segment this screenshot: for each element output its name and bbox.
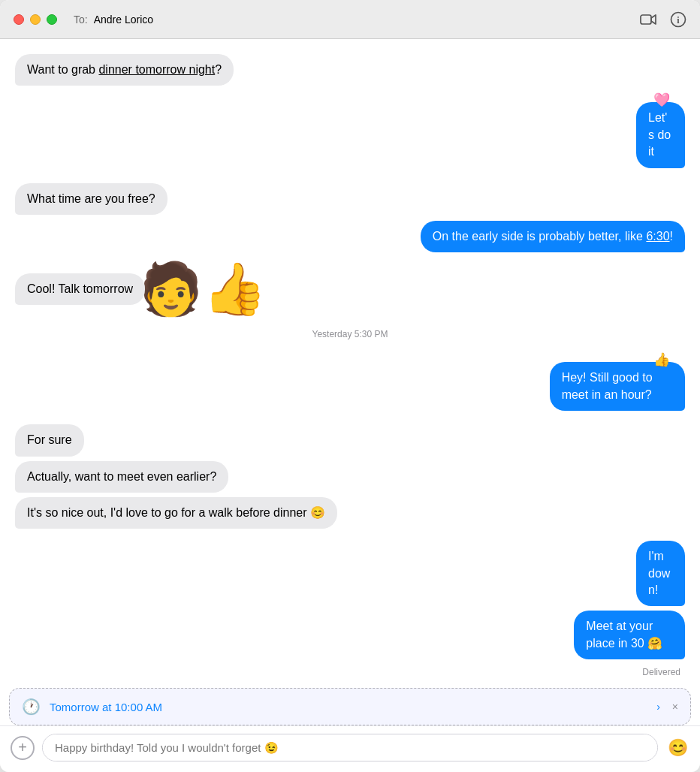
message-bubble: Want to grab dinner tomorrow night? [15, 54, 234, 86]
contact-name: Andre Lorico [94, 14, 153, 26]
message-bubble: For sure [15, 424, 84, 456]
message-row: Let's do it [610, 102, 685, 167]
message-bubble: I'm down! [636, 541, 685, 606]
svg-text:i: i [677, 14, 680, 25]
message-row: Cool! Talk tomorrow 🧑👍 [15, 263, 685, 305]
video-call-button[interactable] [640, 11, 656, 28]
svg-rect-0 [641, 15, 651, 24]
message-bubble: On the early side is probably better, li… [421, 221, 685, 252]
delivered-label: Delivered [15, 667, 685, 677]
message-bubble: Let's do it [636, 102, 685, 167]
emoji-button[interactable]: 😊 [665, 736, 689, 760]
message-row: For sure [15, 424, 685, 456]
add-attachment-button[interactable]: + [11, 736, 35, 760]
message-bubble: It's so nice out, I'd love to go for a w… [15, 497, 337, 529]
message-row: What time are you free? [15, 183, 685, 215]
info-button[interactable]: i [670, 11, 686, 28]
message-row: Meet at your place in 30 🤗 [514, 611, 685, 659]
scheduled-banner[interactable]: 🕐 Tomorrow at 10:00 AM › × [9, 688, 691, 725]
traffic-lights [14, 14, 57, 25]
input-area: + 😊 [0, 725, 700, 772]
message-row: Hey! Still good to meet in an hour? [477, 362, 685, 411]
message-bubble: What time are you free? [15, 183, 167, 215]
scheduled-close-button[interactable]: × [672, 701, 678, 713]
emoji-icon: 😊 [668, 738, 688, 758]
reaction-emoji: 👍 [653, 351, 670, 368]
titlebar: To: Andre Lorico i [0, 0, 700, 39]
titlebar-left: To: Andre Lorico [14, 14, 153, 26]
titlebar-right: i [640, 11, 686, 28]
scheduled-icon: 🕐 [22, 698, 41, 716]
memoji-sticker: 🧑👍 [139, 263, 267, 314]
messages-area: Want to grab dinner tomorrow night? 🩷 Le… [0, 39, 700, 682]
minimize-button[interactable] [30, 14, 41, 25]
sent-message-group: I'm down! Meet at your place in 30 🤗 [15, 541, 685, 661]
maximize-button[interactable] [47, 14, 57, 25]
message-row: On the early side is probably better, li… [15, 221, 685, 252]
message-bubble: Actually, want to meet even earlier? [15, 461, 228, 493]
to-label: To: [74, 14, 88, 26]
message-bubble: Cool! Talk tomorrow [15, 273, 145, 305]
message-row: Want to grab dinner tomorrow night? [15, 54, 685, 86]
message-row: I'm down! [610, 541, 685, 606]
timestamp: Yesterday 5:30 PM [15, 329, 685, 339]
message-bubble: Hey! Still good to meet in an hour? [550, 362, 685, 411]
scheduled-chevron: › [656, 701, 660, 713]
message-row: It's so nice out, I'd love to go for a w… [15, 497, 685, 529]
messages-window: To: Andre Lorico i Want to grab dinn [0, 0, 700, 772]
message-input[interactable] [42, 734, 658, 761]
close-button[interactable] [14, 14, 24, 25]
plus-icon: + [18, 739, 27, 756]
scheduled-time[interactable]: Tomorrow at 10:00 AM [50, 701, 647, 713]
reaction-emoji: 🩷 [653, 92, 670, 108]
received-message-group: For sure Actually, want to meet even ear… [15, 424, 685, 530]
message-row: Actually, want to meet even earlier? [15, 461, 685, 493]
message-bubble: Meet at your place in 30 🤗 [574, 611, 685, 659]
